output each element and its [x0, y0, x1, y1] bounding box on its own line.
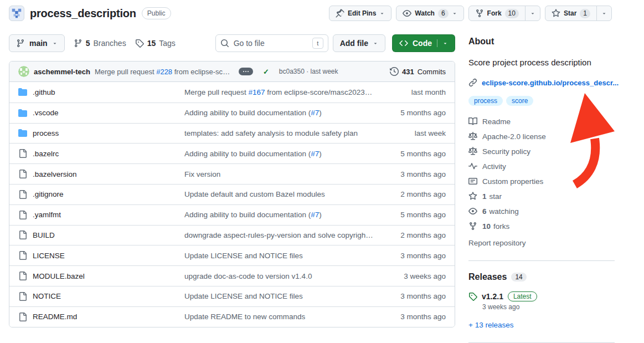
org-avatar[interactable] — [9, 6, 24, 21]
latest-commit-bar: aschemmel-tech Merge pull request #228 f… — [9, 62, 455, 82]
commit-age: 3 weeks ago — [374, 272, 446, 280]
commit-message-link[interactable]: Merge pull request #167 from eclipse-sco… — [184, 88, 374, 96]
pr-link[interactable]: #7 — [311, 211, 319, 219]
commit-message[interactable]: Merge pull request #228 from eclipse-sco… — [95, 68, 233, 76]
commit-author[interactable]: aschemmel-tech — [34, 68, 90, 76]
commit-message-link[interactable]: Update LICENSE and NOTICE files — [184, 252, 374, 260]
commit-message-link[interactable]: Adding ability to build documentation (#… — [184, 109, 374, 117]
commit-age: 5 months ago — [374, 109, 446, 117]
custom-properties-link[interactable]: Custom properties — [468, 177, 615, 186]
code-icon — [399, 39, 408, 48]
commit-age: last month — [374, 88, 446, 96]
search-icon — [220, 39, 229, 48]
file-name-link[interactable]: NOTICE — [33, 292, 61, 300]
file-icon — [18, 190, 27, 199]
fork-button[interactable]: Fork 10 — [468, 6, 525, 21]
topic-tag[interactable]: score — [506, 96, 533, 106]
tags-link[interactable]: 15 Tags — [135, 39, 176, 48]
branches-link[interactable]: 5 Branches — [74, 39, 126, 48]
commit-message-link[interactable]: Adding ability to build documentation (#… — [184, 211, 374, 219]
forks-link[interactable]: 10 forks — [468, 222, 615, 231]
commit-message-link[interactable]: Adding ability to build documentation (#… — [184, 150, 374, 158]
file-name-link[interactable]: .bazelrc — [33, 150, 59, 158]
file-name-link[interactable]: README.md — [33, 313, 77, 321]
release-version: v1.2.1 — [482, 292, 503, 301]
table-row[interactable]: .bazelrcAdding ability to build document… — [9, 143, 455, 163]
table-row[interactable]: .vscodeAdding ability to build documenta… — [9, 103, 455, 123]
forks-label: forks — [493, 222, 509, 231]
folder-icon — [18, 109, 27, 117]
readme-link[interactable]: Readme — [468, 117, 615, 126]
pr-link[interactable]: #167 — [249, 88, 265, 96]
table-row[interactable]: README.mdUpdate README to new commands3 … — [9, 306, 455, 327]
commit-message-link[interactable]: templates: add safety analysis to module… — [184, 129, 374, 137]
branches-count: 5 — [86, 39, 90, 48]
more-releases-link[interactable]: + 13 releases — [468, 321, 615, 329]
commit-message-link[interactable]: Update LICENSE and NOTICE files — [184, 292, 374, 300]
page-title[interactable]: process_description — [30, 7, 136, 20]
file-name-link[interactable]: .gitignore — [33, 190, 64, 198]
pr-link[interactable]: #228 — [156, 68, 172, 76]
commit-message-link[interactable]: upgrade doc-as-code to version v1.4.0 — [184, 272, 374, 280]
file-name-link[interactable]: BUILD — [33, 231, 55, 239]
link-icon — [468, 78, 477, 87]
pr-link[interactable]: #7 — [311, 150, 319, 158]
chevron-down-icon — [530, 11, 535, 16]
commit-history-link[interactable]: 431 Commits — [390, 67, 446, 76]
commit-message-link[interactable]: Update default and custom Bazel modules — [184, 190, 374, 198]
add-file-button[interactable]: Add file — [333, 34, 385, 52]
watch-button[interactable]: Watch 6 — [396, 6, 463, 21]
fork-dropdown-button[interactable] — [525, 6, 540, 21]
table-row[interactable]: .githubMerge pull request #167 from ecli… — [9, 82, 455, 103]
table-row[interactable]: LICENSEUpdate LICENSE and NOTICE files3 … — [9, 245, 455, 265]
file-name-link[interactable]: .yamlfmt — [33, 211, 61, 219]
file-name-link[interactable]: LICENSE — [33, 252, 65, 260]
file-icon — [18, 272, 27, 280]
releases-count-badge: 14 — [511, 273, 526, 281]
security-policy-link[interactable]: Security policy — [468, 147, 615, 156]
table-row[interactable]: MODULE.bazelupgrade doc-as-code to versi… — [9, 265, 455, 286]
table-row[interactable]: .yamlfmtAdding ability to build document… — [9, 204, 455, 225]
table-row[interactable]: BUILDdowngrade aspect-rules-py-version a… — [9, 225, 455, 245]
table-row[interactable]: NOTICEUpdate LICENSE and NOTICE files3 m… — [9, 286, 455, 306]
table-row[interactable]: .gitignoreUpdate default and custom Baze… — [9, 184, 455, 204]
release-time: 3 weeks ago — [482, 303, 615, 311]
watchers-link[interactable]: 6 watching — [468, 207, 615, 216]
activity-link[interactable]: Activity — [468, 162, 615, 171]
go-to-file-input[interactable]: Go to file t — [215, 34, 328, 52]
pr-link[interactable]: #7 — [311, 109, 319, 117]
table-row[interactable]: .bazelversionFix version3 months ago — [9, 163, 455, 184]
file-name-link[interactable]: MODULE.bazel — [33, 272, 85, 280]
commit-message-link[interactable]: downgrade aspect-rules-py-version and so… — [184, 231, 374, 239]
sidebar-divider — [468, 260, 615, 261]
star-button[interactable]: Star 1 — [545, 6, 597, 21]
checks-status-icon[interactable]: ✓ — [263, 68, 269, 76]
releases-heading[interactable]: Releases — [468, 272, 507, 282]
table-row[interactable]: processtemplates: add safety analysis to… — [9, 123, 455, 144]
star-count: 1 — [580, 9, 590, 18]
latest-release-link[interactable]: v1.2.1 Latest — [468, 291, 615, 301]
commit-ellipsis-button[interactable] — [239, 68, 253, 75]
file-name-link[interactable]: .vscode — [33, 109, 59, 117]
star-dropdown-button[interactable] — [596, 6, 612, 21]
branch-selector[interactable]: main — [9, 34, 65, 52]
star-icon — [552, 9, 560, 18]
commit-author-avatar[interactable] — [18, 66, 29, 77]
commit-sha-time[interactable]: bc0a350 · last week — [279, 68, 338, 75]
report-repository-link[interactable]: Report repository — [468, 239, 615, 247]
file-name-link[interactable]: .github — [33, 88, 55, 96]
stargazers-link[interactable]: 1 star — [468, 192, 615, 201]
code-button[interactable]: Code — [392, 34, 455, 52]
repo-website-link[interactable]: eclipse-score.github.io/process_descr... — [468, 78, 615, 87]
edit-pins-label: Edit Pins — [348, 9, 376, 17]
folder-icon — [18, 129, 27, 137]
star-icon — [468, 192, 477, 201]
readme-label: Readme — [482, 117, 511, 126]
file-name-link[interactable]: process — [33, 129, 59, 137]
commit-message-link[interactable]: Update README to new commands — [184, 313, 374, 321]
commit-message-link[interactable]: Fix version — [184, 170, 374, 178]
file-name-link[interactable]: .bazelversion — [33, 170, 77, 178]
edit-pins-button[interactable]: Edit Pins — [329, 6, 391, 21]
license-link[interactable]: Apache-2.0 license — [468, 132, 615, 141]
topic-tag[interactable]: process — [468, 96, 503, 106]
